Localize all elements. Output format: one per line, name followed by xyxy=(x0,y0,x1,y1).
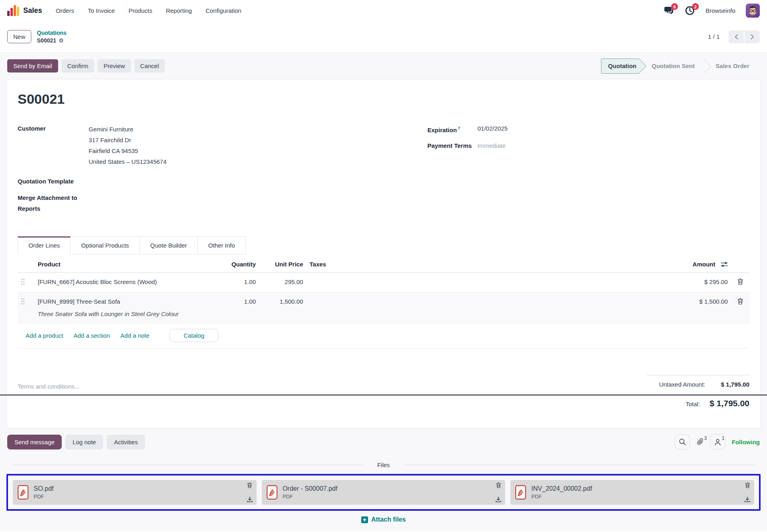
menu-reporting[interactable]: Reporting xyxy=(166,7,192,14)
messages-icon[interactable]: 6 xyxy=(664,5,674,16)
attachments-count: 3 xyxy=(704,435,707,441)
preview-button[interactable]: Preview xyxy=(97,59,131,73)
pager-previous-button[interactable] xyxy=(729,30,744,43)
column-options-icon[interactable] xyxy=(721,262,728,267)
file-card-invoice[interactable]: INV_2024_00002.pdf PDF xyxy=(510,480,754,505)
file-card-so[interactable]: SO.pdf PDF xyxy=(13,480,257,505)
quantity-header[interactable]: Quantity xyxy=(222,254,259,273)
followers-icon[interactable]: 1 xyxy=(710,434,725,449)
following-button[interactable]: Following xyxy=(732,439,760,445)
send-by-email-button[interactable]: Send by Email xyxy=(7,59,58,73)
activities-button[interactable]: Activities xyxy=(107,435,145,449)
menu-to-invoice[interactable]: To Invoice xyxy=(88,7,115,14)
customer-value[interactable]: Gemini Furniture 317 Fairchild Dr Fairfi… xyxy=(89,124,166,167)
total-row: Total: $ 1,795.00 xyxy=(18,399,749,408)
add-note-link[interactable]: Add a note xyxy=(120,332,150,339)
product-cell[interactable]: [FURN_8999] Three-Seat Sofa Three Seater… xyxy=(34,292,222,323)
pdf-file-icon xyxy=(18,485,28,500)
attach-files-button[interactable]: Attach files xyxy=(371,516,406,523)
add-product-link[interactable]: Add a product xyxy=(26,332,63,339)
file-name[interactable]: INV_2024_00002.pdf xyxy=(531,485,592,492)
menu-configuration[interactable]: Configuration xyxy=(206,7,241,14)
tab-order-lines[interactable]: Order Lines xyxy=(18,236,71,254)
search-messages-icon[interactable] xyxy=(675,434,690,449)
navbar-right: 6 2 Browseinfo xyxy=(664,4,760,18)
amount-header-label: Amount xyxy=(692,261,715,268)
form-view: Send by Email Confirm Preview Cancel Quo… xyxy=(0,53,767,530)
unit-price-cell[interactable]: 295.00 xyxy=(259,273,306,292)
new-button[interactable]: New xyxy=(7,30,31,43)
unit-price-header[interactable]: Unit Price xyxy=(259,254,306,273)
product-header[interactable]: Product xyxy=(34,254,222,273)
download-file-icon[interactable] xyxy=(247,497,253,502)
quotation-template-label: Quotation Template xyxy=(18,177,89,186)
delete-file-icon[interactable] xyxy=(745,482,750,488)
download-file-icon[interactable] xyxy=(745,497,750,502)
attachments-icon[interactable]: 3 xyxy=(692,434,708,449)
stage-quotation-sent[interactable]: Quotation Sent xyxy=(639,62,703,69)
customer-name[interactable]: Gemini Furniture xyxy=(89,124,166,135)
activities-badge: 2 xyxy=(692,3,699,10)
delete-row-icon[interactable] xyxy=(737,298,743,304)
delete-file-icon[interactable] xyxy=(496,482,501,488)
amount-cell: $ 1,500.00 xyxy=(664,292,731,323)
delete-row-icon[interactable] xyxy=(737,278,743,285)
quotation-title[interactable]: S00021 xyxy=(18,91,749,107)
cancel-button[interactable]: Cancel xyxy=(134,59,165,73)
amount-header[interactable]: Amount xyxy=(664,254,731,273)
pdf-file-icon xyxy=(267,485,277,500)
pager-next-button[interactable] xyxy=(745,30,760,43)
file-name[interactable]: SO.pdf xyxy=(34,485,54,492)
stage-quotation[interactable]: Quotation xyxy=(601,58,639,74)
expiration-value[interactable]: 01/02/2025 xyxy=(478,124,508,135)
drag-handle-cell[interactable] xyxy=(18,273,34,292)
plus-square-icon xyxy=(361,516,368,523)
total-label: Total: xyxy=(686,401,700,407)
top-navbar: Sales Orders To Invoice Products Reporti… xyxy=(0,0,767,21)
sales-app-icon[interactable] xyxy=(7,5,19,16)
add-section-link[interactable]: Add a section xyxy=(73,332,110,339)
stage-sales-order[interactable]: Sales Order xyxy=(703,62,757,69)
row-actions-cell xyxy=(731,292,749,323)
tab-other-info[interactable]: Other Info xyxy=(198,236,246,254)
terms-and-conditions-input[interactable]: Terms and conditions... xyxy=(18,375,647,390)
pager: 1 / 1 xyxy=(708,30,760,43)
user-name[interactable]: Browseinfo xyxy=(706,7,735,14)
taxes-cell[interactable] xyxy=(306,273,664,292)
drag-handle-icon[interactable] xyxy=(21,278,25,285)
stage-pipeline: Quotation Quotation Sent Sales Order xyxy=(601,58,757,74)
activity-clock-icon[interactable]: 2 xyxy=(685,5,695,16)
download-file-icon[interactable] xyxy=(496,497,501,502)
taxes-cell[interactable] xyxy=(306,292,664,323)
file-name[interactable]: Order - S00007.pdf xyxy=(283,485,338,492)
breadcrumb-quotations[interactable]: Quotations xyxy=(37,29,67,37)
expiration-label: Expiration? xyxy=(427,124,478,135)
quantity-cell[interactable]: 1.00 xyxy=(222,273,259,292)
statusbar: Send by Email Confirm Preview Cancel Quo… xyxy=(0,53,767,79)
app-name[interactable]: Sales xyxy=(23,6,42,15)
expiration-label-text: Expiration xyxy=(427,127,457,133)
user-avatar[interactable] xyxy=(746,4,760,18)
taxes-header[interactable]: Taxes xyxy=(306,254,664,273)
quantity-cell[interactable]: 1.00 xyxy=(222,292,259,323)
menu-products[interactable]: Products xyxy=(128,7,152,14)
delete-file-icon[interactable] xyxy=(247,482,252,488)
divider xyxy=(404,465,755,465)
send-message-button[interactable]: Send message xyxy=(7,435,62,449)
payment-terms-value[interactable]: Immediate xyxy=(478,141,506,150)
tab-optional-products[interactable]: Optional Products xyxy=(71,236,140,254)
unit-price-cell[interactable]: 1,500.00 xyxy=(259,292,306,323)
drag-handle-icon[interactable] xyxy=(21,298,25,305)
log-note-button[interactable]: Log note xyxy=(65,435,103,449)
product-cell[interactable]: [FURN_6667] Acoustic Bloc Screens (Wood) xyxy=(34,273,222,292)
catalog-button[interactable]: Catalog xyxy=(170,329,219,342)
confirm-button[interactable]: Confirm xyxy=(61,59,95,73)
file-card-order[interactable]: Order - S00007.pdf PDF xyxy=(262,480,506,505)
order-line-row-1[interactable]: [FURN_6667] Acoustic Bloc Screens (Wood)… xyxy=(18,273,749,292)
drag-handle-cell[interactable] xyxy=(18,292,34,323)
order-line-row-2[interactable]: [FURN_8999] Three-Seat Sofa Three Seater… xyxy=(18,292,749,323)
product-name[interactable]: [FURN_8999] Three-Seat Sofa xyxy=(38,298,219,305)
action-gear-icon[interactable]: ⚙ xyxy=(59,37,64,44)
tab-quote-builder[interactable]: Quote Builder xyxy=(140,236,198,254)
menu-orders[interactable]: Orders xyxy=(56,7,74,14)
